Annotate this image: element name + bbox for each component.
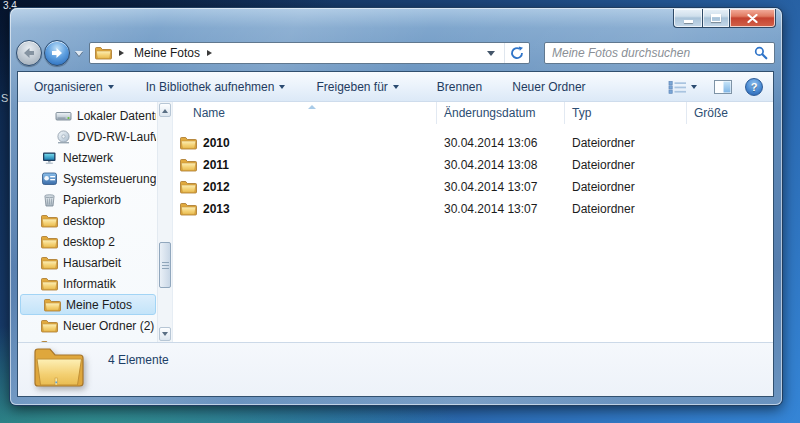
back-button[interactable] — [16, 40, 42, 66]
file-rows: 2010 30.04.2014 13:06 Dateiordner 2011 — [173, 124, 773, 220]
recent-pages-chevron-icon[interactable] — [75, 51, 83, 60]
folder-icon — [41, 277, 58, 291]
new-folder-button[interactable]: Neuer Ordner — [508, 76, 589, 98]
file-type: Dateiordner — [565, 202, 687, 216]
file-type: Dateiordner — [565, 136, 687, 150]
explorer-main: Lokaler Datentr DVD-RW-Laufw — [18, 102, 773, 342]
table-row[interactable]: 2010 30.04.2014 13:06 Dateiordner — [173, 132, 773, 154]
maximize-button[interactable] — [702, 9, 730, 28]
sidebar-item-informatik[interactable]: Informatik — [18, 273, 156, 294]
file-list: Name Änderungsdatum Typ Größe — [173, 102, 773, 342]
sort-ascending-icon — [308, 101, 316, 109]
list-view-icon — [668, 80, 687, 94]
file-type: Dateiordner — [565, 158, 687, 172]
folder-icon — [44, 298, 61, 312]
control-panel-icon — [41, 172, 58, 186]
toolbar-view-controls: ? — [664, 76, 767, 98]
navigation-bar: Meine Fotos — [16, 40, 775, 66]
folder-icon — [41, 319, 58, 333]
change-view-button[interactable] — [664, 76, 701, 98]
sidebar-item-desktop[interactable]: desktop — [18, 210, 156, 231]
burn-button[interactable]: Brennen — [433, 76, 486, 98]
column-header-modified[interactable]: Änderungsdatum — [437, 102, 565, 124]
table-row[interactable]: 2013 30.04.2014 13:07 Dateiordner — [173, 198, 773, 220]
folder-icon — [41, 256, 58, 270]
file-name: 2011 — [203, 158, 229, 172]
refresh-button[interactable] — [504, 43, 529, 63]
search-box[interactable] — [544, 42, 775, 64]
address-dropdown-icon[interactable] — [487, 51, 495, 60]
dvd-drive-icon — [55, 130, 72, 144]
window-controls — [673, 9, 776, 28]
search-icon[interactable] — [754, 46, 768, 60]
sidebar-item-neuer-ordner-2[interactable]: Neuer Ordner (2) — [18, 315, 156, 336]
table-row[interactable]: 2011 30.04.2014 13:08 Dateiordner — [173, 154, 773, 176]
location-folder-icon — [95, 46, 112, 60]
scrollbar-thumb[interactable] — [159, 242, 171, 288]
recycle-bin-icon — [41, 193, 58, 207]
sidebar-item-dvd-drive[interactable]: DVD-RW-Laufw — [18, 126, 156, 147]
maximize-icon — [711, 14, 721, 22]
sidebar-item-recycle-bin[interactable]: Papierkorb — [18, 189, 156, 210]
breadcrumb-expand-icon[interactable] — [207, 50, 215, 56]
sidebar-scrollbar[interactable] — [157, 102, 172, 342]
refresh-icon — [510, 46, 524, 60]
file-modified: 30.04.2014 13:07 — [437, 202, 565, 216]
sidebar-item-meine-fotos[interactable]: Meine Fotos — [20, 294, 156, 315]
share-with-button[interactable]: Freigeben für — [312, 76, 402, 98]
forward-button[interactable] — [44, 40, 70, 66]
forward-arrow-icon — [50, 47, 64, 59]
organize-button[interactable]: Organisieren — [30, 76, 118, 98]
column-header-type[interactable]: Typ — [565, 102, 687, 124]
breadcrumb-folder[interactable]: Meine Fotos — [134, 46, 200, 60]
file-type: Dateiordner — [565, 180, 687, 194]
title-bar[interactable] — [10, 8, 782, 38]
chevron-down-icon — [691, 85, 697, 92]
file-modified: 30.04.2014 13:08 — [437, 158, 565, 172]
folder-icon — [180, 202, 197, 216]
desktop: { "desktop": { "fragment_top_left": "3.4… — [0, 0, 800, 423]
scroll-down-button[interactable] — [159, 327, 171, 341]
sidebar-item-local-disk[interactable]: Lokaler Datentr — [18, 105, 156, 126]
close-button[interactable] — [730, 9, 776, 28]
arrow-up-icon — [162, 106, 168, 113]
chevron-down-icon — [279, 85, 285, 92]
search-input[interactable] — [545, 46, 754, 60]
item-count-status: 4 Elemente — [108, 353, 169, 367]
chevron-down-icon — [393, 85, 399, 92]
sidebar-item-control-panel[interactable]: Systemsteuerung — [18, 168, 156, 189]
column-headers: Name Änderungsdatum Typ Größe — [173, 102, 773, 124]
add-to-library-button[interactable]: In Bibliothek aufnehmen — [142, 76, 290, 98]
file-modified: 30.04.2014 13:06 — [437, 136, 565, 150]
details-pane: 4 Elemente — [18, 342, 773, 396]
explorer-window: Meine Fotos Organisieren — [10, 8, 782, 405]
table-row[interactable]: 2012 30.04.2014 13:07 Dateiordner — [173, 176, 773, 198]
arrow-down-icon — [162, 332, 168, 339]
file-name: 2012 — [203, 180, 230, 194]
preview-pane-button[interactable] — [710, 76, 736, 98]
folder-icon — [41, 235, 58, 249]
back-arrow-icon — [22, 47, 36, 59]
help-button[interactable]: ? — [745, 78, 763, 96]
close-icon — [747, 14, 758, 23]
chevron-down-icon — [108, 85, 114, 92]
scrollbar-grip-icon — [162, 262, 169, 269]
minimize-button[interactable] — [673, 9, 702, 28]
navigation-pane: Lokaler Datentr DVD-RW-Laufw — [18, 102, 173, 342]
sidebar-item-network[interactable]: Netzwerk — [18, 147, 156, 168]
folder-icon — [180, 158, 197, 172]
scroll-up-button[interactable] — [159, 103, 171, 117]
breadcrumb-separator-icon[interactable] — [119, 50, 127, 56]
folder-icon — [180, 180, 197, 194]
sidebar-item-desktop-2[interactable]: desktop 2 — [18, 231, 156, 252]
column-header-name[interactable]: Name — [173, 102, 437, 124]
column-header-size[interactable]: Größe — [687, 102, 773, 124]
selected-folder-icon — [33, 345, 85, 393]
sidebar-item-hausarbeit[interactable]: Hausarbeit — [18, 252, 156, 273]
minimize-icon — [684, 20, 693, 23]
background-text-fragment: S — [1, 92, 8, 104]
file-name: 2013 — [203, 202, 230, 216]
file-modified: 30.04.2014 13:07 — [437, 180, 565, 194]
address-bar[interactable]: Meine Fotos — [89, 42, 530, 64]
command-toolbar: Organisieren In Bibliothek aufnehmen Fre… — [18, 72, 773, 102]
